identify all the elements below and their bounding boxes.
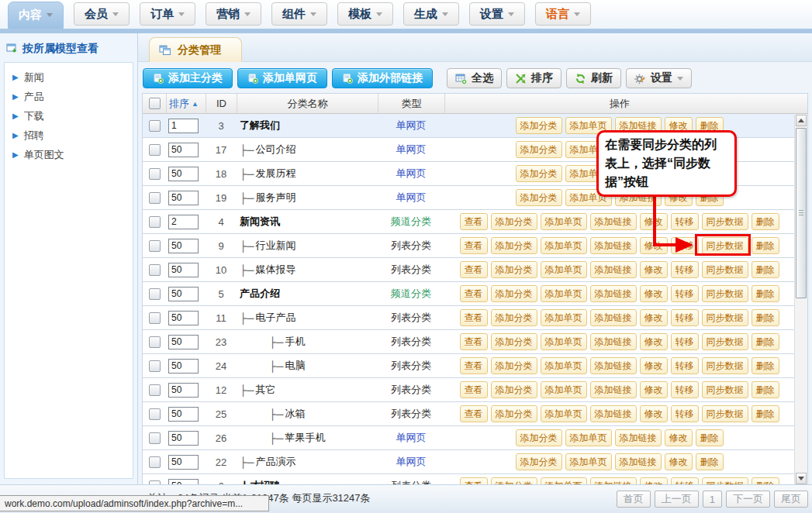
- delete-button[interactable]: 删除: [752, 213, 779, 230]
- add-main-category-button[interactable]: 添加主分类: [143, 68, 233, 88]
- sync-data-button[interactable]: 同步数据: [702, 381, 748, 398]
- next-page-button[interactable]: 下一页: [726, 491, 770, 508]
- add-single-page-button[interactable]: 添加单页: [541, 261, 587, 278]
- select-all-checkbox[interactable]: [149, 98, 161, 109]
- add-category-button[interactable]: 添加分类: [491, 237, 537, 254]
- select-all-button[interactable]: 全选: [447, 68, 502, 88]
- refresh-button[interactable]: 刷新: [566, 68, 621, 88]
- column-sort[interactable]: 排序 ▲: [166, 94, 206, 113]
- add-category-button[interactable]: 添加分类: [516, 453, 562, 470]
- edit-button[interactable]: 修改: [640, 261, 668, 278]
- add-link-button[interactable]: 添加链接: [590, 213, 637, 230]
- delete-button[interactable]: 删除: [752, 237, 779, 254]
- nav-item-component[interactable]: 组件: [271, 2, 327, 26]
- add-single-page-button[interactable]: 添加单页: [541, 213, 587, 230]
- add-single-page-button[interactable]: 添加单页: [541, 477, 587, 484]
- delete-button[interactable]: 删除: [752, 309, 779, 326]
- transfer-button[interactable]: 转移: [671, 357, 699, 374]
- sync-data-button[interactable]: 同步数据: [702, 357, 748, 374]
- add-single-page-button[interactable]: 添加单页: [541, 285, 587, 302]
- add-single-page-button[interactable]: 添加单页: [541, 405, 587, 422]
- sidebar-item-single-page[interactable]: ▶单页图文: [5, 145, 133, 164]
- row-checkbox[interactable]: [149, 384, 161, 396]
- scroll-down-icon[interactable]: [796, 473, 807, 484]
- row-checkbox[interactable]: [149, 288, 161, 300]
- add-single-page-button[interactable]: 添加单页: [541, 333, 587, 350]
- sort-input[interactable]: [168, 335, 199, 349]
- settings-button[interactable]: 设置: [626, 68, 692, 88]
- transfer-button[interactable]: 转移: [671, 477, 699, 484]
- sort-input[interactable]: [168, 359, 199, 374]
- tab-category-management[interactable]: 分类管理: [149, 37, 242, 62]
- add-category-button[interactable]: 添加分类: [491, 405, 537, 422]
- delete-button[interactable]: 删除: [752, 381, 779, 398]
- row-checkbox[interactable]: [149, 192, 161, 204]
- add-link-button[interactable]: 添加链接: [590, 405, 637, 422]
- delete-button[interactable]: 删除: [696, 429, 724, 446]
- sort-input[interactable]: [168, 287, 199, 301]
- edit-button[interactable]: 修改: [640, 285, 668, 302]
- nav-item-language[interactable]: 语言: [535, 2, 591, 26]
- sidebar-item-download[interactable]: ▶下载: [5, 106, 133, 126]
- row-checkbox[interactable]: [149, 336, 161, 348]
- transfer-button[interactable]: 转移: [671, 405, 699, 422]
- view-button[interactable]: 查看: [460, 333, 488, 350]
- row-checkbox[interactable]: [149, 432, 161, 444]
- sync-data-button[interactable]: 同步数据: [702, 285, 748, 302]
- edit-button[interactable]: 修改: [640, 381, 668, 398]
- transfer-button[interactable]: 转移: [671, 333, 699, 350]
- row-checkbox[interactable]: [149, 360, 161, 372]
- nav-item-order[interactable]: 订单: [140, 2, 195, 26]
- sort-input[interactable]: [168, 143, 199, 157]
- delete-button[interactable]: 删除: [752, 333, 779, 350]
- row-checkbox[interactable]: [149, 456, 161, 468]
- view-button[interactable]: 查看: [460, 237, 488, 254]
- add-external-link-button[interactable]: 添加外部链接: [332, 68, 433, 88]
- add-link-button[interactable]: 添加链接: [590, 357, 637, 374]
- sort-input[interactable]: [168, 479, 199, 485]
- add-link-button[interactable]: 添加链接: [590, 285, 637, 302]
- view-button[interactable]: 查看: [460, 405, 488, 422]
- sort-input[interactable]: [168, 191, 199, 205]
- sidebar-item-news[interactable]: ▶新闻: [5, 67, 133, 87]
- row-checkbox[interactable]: [149, 144, 161, 156]
- delete-button[interactable]: 删除: [696, 453, 724, 470]
- row-checkbox[interactable]: [149, 120, 161, 132]
- nav-item-marketing[interactable]: 营销: [206, 2, 261, 26]
- delete-button[interactable]: 删除: [752, 357, 779, 374]
- delete-button[interactable]: 删除: [752, 261, 779, 278]
- delete-button[interactable]: 删除: [752, 477, 779, 484]
- delete-button[interactable]: 删除: [752, 285, 779, 302]
- add-single-page-button[interactable]: 添加单页: [541, 309, 587, 326]
- add-category-button[interactable]: 添加分类: [516, 165, 562, 182]
- nav-item-settings[interactable]: 设置: [469, 2, 525, 26]
- add-category-button[interactable]: 添加分类: [491, 381, 537, 398]
- row-checkbox[interactable]: [149, 264, 161, 276]
- view-button[interactable]: 查看: [460, 213, 488, 230]
- add-category-button[interactable]: 添加分类: [516, 141, 562, 158]
- add-link-button[interactable]: 添加链接: [615, 429, 662, 446]
- sort-input[interactable]: [168, 239, 199, 253]
- view-button[interactable]: 查看: [460, 309, 488, 326]
- sync-data-button[interactable]: 同步数据: [702, 333, 748, 350]
- view-button[interactable]: 查看: [460, 477, 488, 484]
- sort-input[interactable]: [168, 407, 199, 422]
- sort-input[interactable]: [168, 263, 199, 277]
- transfer-button[interactable]: 转移: [671, 381, 699, 398]
- add-single-page-button[interactable]: 添加单页: [541, 357, 587, 374]
- add-category-button[interactable]: 添加分类: [516, 429, 562, 446]
- add-category-button[interactable]: 添加分类: [516, 117, 562, 134]
- view-button[interactable]: 查看: [460, 285, 488, 302]
- add-single-page-button[interactable]: 添加单页: [565, 429, 612, 446]
- nav-item-member[interactable]: 会员: [74, 2, 130, 26]
- add-link-button[interactable]: 添加链接: [590, 261, 637, 278]
- row-checkbox[interactable]: [149, 216, 161, 228]
- edit-button[interactable]: 修改: [640, 333, 668, 350]
- sync-data-button[interactable]: 同步数据: [702, 213, 748, 230]
- add-category-button[interactable]: 添加分类: [491, 285, 537, 302]
- sync-data-button[interactable]: 同步数据: [702, 405, 748, 422]
- edit-button[interactable]: 修改: [640, 477, 668, 484]
- nav-item-content[interactable]: 内容: [8, 2, 64, 29]
- vertical-scrollbar[interactable]: [794, 115, 807, 484]
- add-single-page-button[interactable]: 添加单页: [565, 453, 612, 470]
